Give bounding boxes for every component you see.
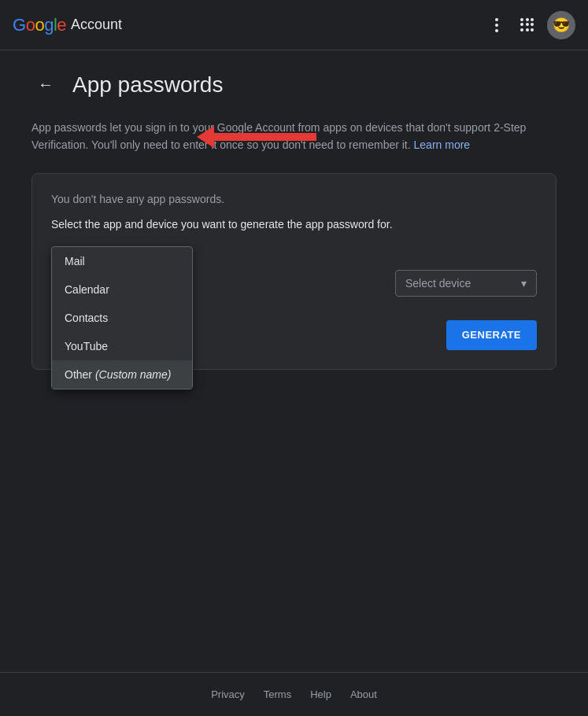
logo-o2: o [35,15,44,35]
app-option-contacts[interactable]: Contacts [52,304,192,332]
app-option-other[interactable]: Other (Custom name) [52,360,192,389]
learn-more-link[interactable]: Learn more [414,138,471,151]
back-button[interactable]: ← [31,69,60,100]
dropdown-arrow-icon: ▾ [521,277,527,290]
device-select-container: Select device ▾ [395,246,537,297]
generate-button[interactable]: GENERATE [446,320,537,350]
google-apps-button[interactable] [514,12,541,39]
app-dropdown-menu: Mail Calendar Contacts YouTube Other (Cu… [51,246,193,389]
select-app-container: Select app Mail Calendar Contacts YouTub… [51,246,209,265]
more-options-button[interactable] [486,9,508,42]
google-logo: Google [13,15,66,35]
app-option-mail[interactable]: Mail [52,247,192,275]
selectors-row: Select app Mail Calendar Contacts YouTub… [51,246,537,350]
footer-link-help[interactable]: Help [310,688,331,700]
page-content: ← App passwords App passwords let you si… [0,50,588,389]
header: Google Account 😎 [0,0,588,50]
select-device-dropdown[interactable]: Select device ▾ [395,270,537,297]
logo-g: G [13,15,26,35]
app-option-youtube[interactable]: YouTube [52,332,192,360]
select-instructions: Select the app and device you want to ge… [51,218,537,231]
footer-link-privacy[interactable]: Privacy [211,688,245,700]
app-option-calendar[interactable]: Calendar [52,275,192,304]
app-passwords-card: You don't have any app passwords. Select… [31,173,557,370]
footer: Privacy Terms Help About [0,672,588,716]
avatar[interactable]: 😎 [547,11,575,39]
logo-g2: g [44,15,54,35]
header-account-text: Account [71,17,122,33]
page-title: App passwords [72,72,223,98]
header-actions: 😎 [486,9,575,42]
three-dots-icon [492,15,501,35]
red-arrow-annotation [197,126,316,148]
logo-o1: o [26,15,35,35]
grid-icon [520,18,534,32]
arrow-body [214,133,316,141]
footer-link-about[interactable]: About [350,688,377,700]
right-side: Select device ▾ GENERATE [221,246,537,350]
footer-link-terms[interactable]: Terms [264,688,291,700]
select-device-label: Select device [405,277,471,290]
header-logo-group: Google Account [13,15,122,35]
no-passwords-message: You don't have any app passwords. [51,193,537,205]
back-arrow-icon: ← [38,76,54,94]
logo-e: e [57,15,66,35]
page-title-row: ← App passwords [31,69,557,100]
arrow-head-left [197,126,214,148]
